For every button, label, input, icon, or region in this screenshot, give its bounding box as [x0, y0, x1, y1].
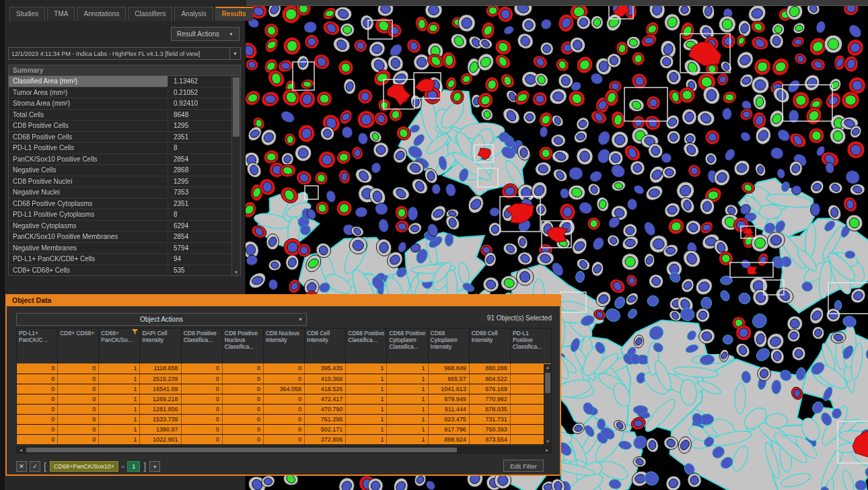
- column-header[interactable]: CD68 Cytoplasm Intensity: [429, 328, 470, 363]
- summary-row[interactable]: CD8 Positive Cells1295: [9, 120, 231, 132]
- summary-row-label: CD68 Positive Cytoplasms: [9, 200, 168, 207]
- summary-row[interactable]: PD-L1 Positive Cytoplasms8: [9, 209, 231, 221]
- column-header[interactable]: CD8 Nucleus Intensity: [264, 328, 305, 363]
- summary-row[interactable]: Negative Cytoplasms6294: [9, 221, 231, 232]
- tab-classifiers[interactable]: Classifiers: [128, 7, 172, 21]
- table-row[interactable]: 0011269.218000472.41711879.949770.982: [17, 394, 551, 404]
- table-cell: 0: [182, 363, 223, 374]
- filter-operator: =: [121, 463, 124, 470]
- column-header[interactable]: CD68+ PanCK/So...: [99, 328, 140, 363]
- summary-row[interactable]: Negative Cells2868: [9, 165, 231, 176]
- summary-row-value: 0.92410: [168, 100, 231, 107]
- vscroll-thumb[interactable]: [545, 373, 550, 393]
- summary-row[interactable]: CD8 Positive Nuclei1295: [9, 176, 231, 188]
- summary-row-label: Tumor Area (mm²): [9, 89, 168, 96]
- summary-row[interactable]: Total Cells8648: [9, 110, 231, 121]
- tab-tma[interactable]: TMA: [47, 7, 75, 21]
- summary-row-value: 535: [168, 267, 231, 274]
- summary-row[interactable]: Tumor Area (mm²)0.21052: [9, 88, 231, 99]
- column-header[interactable]: PD-L1+ PanCK/C ..: [17, 328, 58, 363]
- table-cell: 1: [387, 394, 428, 404]
- summary-row-label: Negative Nuclei: [9, 188, 168, 196]
- table-cell: 0: [58, 435, 99, 444]
- scroll-up-icon[interactable]: ▲: [544, 365, 551, 370]
- table-cell: 1: [346, 394, 387, 404]
- filter-value[interactable]: 1: [127, 461, 140, 472]
- table-cell: 1: [346, 363, 387, 374]
- summary-row-label: CD8 Positive Nuclei: [9, 178, 168, 185]
- remove-filter-button[interactable]: ✕: [16, 461, 27, 472]
- table-row[interactable]: 0011533.739000761.29511823.475731.731: [17, 414, 551, 424]
- chevron-down-icon: ▼: [229, 32, 233, 36]
- summary-row[interactable]: PanCK/Sox10 Positive Membranes2854: [9, 232, 231, 243]
- column-header[interactable]: CD8+ CD68+: [58, 328, 99, 363]
- table-cell: 750.393: [470, 425, 511, 434]
- summary-row[interactable]: PD-L1 Positive Cells8: [9, 143, 231, 154]
- filter-bar: ✕ ✓ [ CD68+PanCK/Sox10+ = 1 ] ▼ Edit Fil…: [16, 460, 553, 473]
- edit-filter-button[interactable]: Edit Filter: [503, 460, 544, 472]
- object-table-hscrollbar[interactable]: ◄ ►: [16, 446, 552, 454]
- apply-filter-button[interactable]: ✓: [30, 461, 40, 472]
- column-header[interactable]: PD-L1 Positive Classifica...: [511, 328, 551, 363]
- summary-row[interactable]: PanCK/Sox10 Positive Cells2854: [9, 154, 231, 166]
- table-row[interactable]: 0011022.901000372.80611898.924873.554: [17, 434, 551, 444]
- summary-row[interactable]: Stroma Area (mm²)0.92410: [9, 98, 231, 110]
- tab-studies[interactable]: Studies: [9, 7, 45, 21]
- summary-row[interactable]: CD68 Positive Cells2351: [9, 132, 231, 143]
- tab-annotations[interactable]: Annotations: [77, 7, 126, 21]
- summary-row[interactable]: PD-L1+ PanCK/CD8+ Cells94: [9, 254, 231, 265]
- summary-row[interactable]: Classified Area (mm²)1.13462: [9, 76, 231, 88]
- column-header[interactable]: CD8 Positive Nucleus Classifica...: [223, 328, 264, 363]
- table-cell: 364.058: [264, 384, 305, 394]
- table-row[interactable]: 0011118.658000395.43511968.849880.288: [17, 363, 551, 374]
- table-row[interactable]: 0012515.239000410.36611865.57804.522: [17, 374, 551, 384]
- summary-row[interactable]: Negative Membranes5794: [9, 243, 231, 254]
- tab-results[interactable]: Results: [215, 7, 253, 21]
- table-cell: 0: [223, 374, 264, 384]
- scroll-right-icon[interactable]: ►: [543, 448, 551, 452]
- result-selector-dropdown[interactable]: 12/1/2023 4:11:34 PM - Indica Labs - Hig…: [8, 47, 241, 60]
- table-cell: 1: [99, 435, 140, 444]
- table-cell: 470.790: [305, 405, 346, 414]
- table-row[interactable]: 00116541.6900364.058418.526111041.613676…: [17, 384, 551, 394]
- table-row[interactable]: 0011380.97000502.17111817.796750.393: [17, 424, 551, 434]
- summary-row-value: 94: [168, 255, 231, 262]
- summary-row[interactable]: CD68 Positive Cytoplasms2351: [9, 199, 231, 210]
- scroll-down-icon[interactable]: ▼: [544, 440, 551, 444]
- table-cell: 0: [58, 394, 99, 404]
- scroll-left-icon[interactable]: ◄: [17, 448, 25, 452]
- summary-row-label: PanCK/Sox10 Positive Cells: [9, 155, 168, 163]
- filter-options-button[interactable]: ▼: [149, 461, 160, 472]
- table-cell: 0: [223, 425, 264, 434]
- table-cell: 0: [17, 374, 58, 384]
- summary-row-value: 0.21052: [168, 89, 231, 96]
- summary-scrollbar[interactable]: ▼: [231, 76, 240, 275]
- table-cell: 16541.69: [140, 384, 181, 394]
- column-header[interactable]: CD68 Positive Cytoplasm Classifica...: [387, 328, 428, 363]
- object-table-vscrollbar[interactable]: ▲ ▼: [544, 364, 552, 445]
- column-header[interactable]: CD68 Positive Classifica...: [346, 328, 387, 363]
- table-row[interactable]: 0011281.856000470.79011911.444878.035: [17, 404, 551, 414]
- table-cell: 761.295: [305, 415, 346, 424]
- summary-row[interactable]: CD8+ CD68+ Cells535: [9, 265, 231, 277]
- tab-analysis[interactable]: Analysis: [174, 7, 213, 21]
- column-header[interactable]: CD8 Positive Classifica...: [182, 328, 223, 363]
- summary-row-value: 1295: [168, 178, 231, 185]
- column-header[interactable]: DAPI Cell Intensity: [140, 328, 181, 363]
- summary-scrollbar-thumb[interactable]: [233, 77, 240, 137]
- summary-row[interactable]: Negative Nuclei7353: [9, 187, 231, 199]
- filter-expression[interactable]: CD68+PanCK/Sox10+: [50, 461, 118, 472]
- column-header[interactable]: CD8 Cell Intensity: [305, 328, 346, 363]
- column-header[interactable]: CD68 Cell Intensity: [470, 328, 511, 363]
- table-cell: 0: [58, 363, 99, 374]
- summary-row-value: 2868: [168, 166, 231, 174]
- scroll-down-icon[interactable]: ▼: [232, 270, 240, 275]
- hscroll-thumb[interactable]: [26, 448, 457, 452]
- table-cell: 1: [346, 435, 387, 444]
- table-cell: 0: [182, 415, 223, 424]
- table-cell: 410.366: [305, 374, 346, 384]
- result-actions-button[interactable]: Result Actions ▼: [171, 27, 240, 41]
- table-cell: 873.554: [470, 435, 511, 444]
- object-actions-dropdown[interactable]: Object Actions ▼: [16, 313, 307, 326]
- summary-row-label: Negative Cytoplasms: [9, 222, 168, 230]
